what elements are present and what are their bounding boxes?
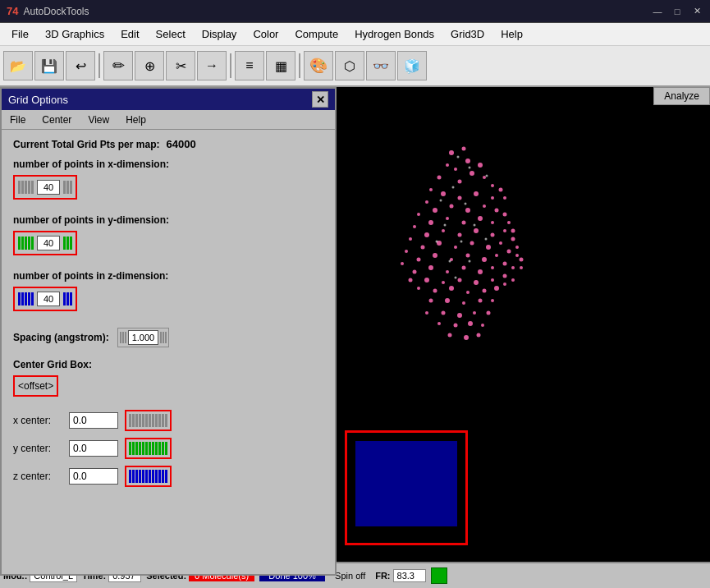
svg-point-49 — [405, 250, 408, 253]
analyze-tab[interactable]: Analyze — [653, 87, 710, 105]
toolbar-lines[interactable]: ≡ — [235, 51, 264, 80]
svg-point-40 — [409, 237, 412, 241]
menu-file[interactable]: File — [3, 25, 37, 44]
svg-point-22 — [495, 209, 499, 213]
toolbar-color[interactable]: 🎨 — [304, 51, 333, 80]
svg-point-86 — [462, 301, 465, 305]
svg-point-99 — [464, 335, 469, 340]
center-offset-btn[interactable]: <offset> — [13, 375, 58, 397]
grid-close-button[interactable]: ✕ — [312, 91, 328, 108]
x-dim-value[interactable]: 40 — [37, 180, 60, 195]
svg-point-41 — [421, 246, 425, 250]
toolbar-crosshair[interactable]: ⊕ — [135, 51, 164, 80]
svg-point-106 — [465, 203, 467, 205]
x-center-label: x center: — [13, 415, 62, 426]
svg-point-93 — [487, 311, 491, 315]
menu-compute[interactable]: Compute — [286, 25, 346, 44]
svg-point-101 — [457, 156, 460, 158]
svg-point-98 — [448, 333, 452, 338]
close-button[interactable]: ✕ — [690, 5, 703, 18]
toolbar-arrow[interactable]: → — [197, 51, 227, 80]
menu-select[interactable]: Select — [148, 25, 194, 44]
menu-color[interactable]: Color — [245, 25, 286, 44]
x-center-input[interactable] — [69, 412, 118, 429]
grid-menu-view[interactable]: View — [80, 113, 117, 127]
grid-box-preview — [345, 430, 468, 545]
svg-point-8 — [483, 176, 486, 179]
menu-grid3d[interactable]: Grid3D — [442, 25, 492, 44]
toolbar-undo[interactable]: ↩ — [66, 51, 95, 80]
grid-options-dialog: Grid Options ✕ File Center View Help Cur… — [0, 87, 337, 576]
minimize-button[interactable]: — — [651, 5, 664, 18]
menu-3dgraphics[interactable]: 3D Graphics — [37, 25, 112, 44]
toolbar-grid[interactable]: ▦ — [266, 51, 295, 80]
spacing-slider[interactable]: 1.000 — [117, 328, 170, 347]
svg-point-31 — [507, 221, 511, 224]
svg-point-72 — [458, 278, 462, 283]
spacing-left-ticks — [120, 332, 126, 343]
x-dim-slider[interactable]: 40 — [13, 175, 77, 200]
svg-point-6 — [446, 163, 449, 167]
toolbar-hex[interactable]: ⬡ — [335, 51, 364, 80]
svg-point-85 — [445, 298, 450, 303]
svg-point-21 — [483, 204, 486, 208]
grid-menu-center[interactable]: Center — [34, 113, 80, 127]
svg-point-50 — [417, 258, 421, 262]
toolbar-save[interactable]: 💾 — [34, 51, 64, 80]
x-left-ticks — [18, 181, 34, 194]
menu-help[interactable]: Help — [492, 25, 531, 44]
grid-dialog-titlebar: Grid Options ✕ — [2, 89, 335, 110]
svg-point-16 — [499, 188, 503, 192]
svg-point-51 — [433, 253, 437, 258]
svg-point-96 — [468, 321, 473, 326]
y-dim-value[interactable]: 40 — [37, 236, 60, 250]
menu-edit[interactable]: Edit — [112, 25, 147, 44]
svg-point-62 — [446, 270, 449, 273]
svg-point-10 — [491, 184, 494, 187]
toolbar-glasses[interactable]: 👓 — [366, 51, 396, 80]
svg-point-28 — [478, 216, 483, 221]
maximize-button[interactable]: □ — [671, 5, 684, 18]
svg-point-90 — [442, 311, 446, 315]
y-right-ticks — [63, 237, 72, 250]
app-icon: 74 — [7, 5, 18, 17]
y-center-slider[interactable] — [125, 438, 172, 459]
y-center-input[interactable] — [69, 440, 118, 457]
svg-point-13 — [458, 196, 462, 200]
svg-point-80 — [466, 291, 470, 294]
toolbar-cube[interactable]: 🧊 — [397, 51, 427, 80]
grid-menu-help[interactable]: Help — [117, 113, 154, 127]
toolbar-pencil[interactable]: ✏ — [103, 51, 133, 80]
z-dim-value[interactable]: 40 — [37, 292, 60, 306]
svg-point-89 — [425, 311, 428, 315]
svg-point-55 — [495, 254, 498, 257]
menu-display[interactable]: Display — [194, 25, 245, 44]
svg-point-100 — [477, 333, 481, 338]
menu-bar: File 3D Graphics Edit Select Display Col… — [0, 23, 710, 46]
svg-point-103 — [452, 186, 455, 189]
x-center-slider[interactable] — [125, 410, 172, 431]
svg-point-45 — [486, 245, 491, 250]
svg-point-84 — [429, 299, 433, 303]
grid-menu-file[interactable]: File — [2, 113, 34, 127]
z-center-slider[interactable] — [125, 466, 172, 487]
svg-point-76 — [511, 278, 515, 282]
y-dim-slider[interactable]: 40 — [13, 231, 77, 255]
spacing-value[interactable]: 1.000 — [128, 330, 159, 345]
svg-point-9 — [437, 176, 442, 180]
svg-point-73 — [474, 280, 479, 285]
status-green-button[interactable] — [431, 567, 447, 584]
x-dim-label: number of points in x-dimension: — [13, 158, 323, 170]
svg-point-67 — [511, 266, 515, 269]
svg-point-71 — [442, 281, 445, 284]
z-dim-slider[interactable]: 40 — [13, 287, 77, 311]
toolbar-open[interactable]: 📂 — [3, 51, 33, 80]
svg-point-82 — [494, 286, 499, 291]
toolbar-cut[interactable]: ✂ — [166, 51, 195, 80]
svg-point-17 — [425, 200, 428, 204]
svg-point-48 — [515, 246, 519, 249]
z-center-input[interactable] — [69, 468, 118, 485]
svg-point-78 — [433, 289, 437, 293]
svg-point-14 — [474, 191, 479, 196]
menu-hydrogenbonds[interactable]: Hydrogen Bonds — [346, 25, 442, 44]
